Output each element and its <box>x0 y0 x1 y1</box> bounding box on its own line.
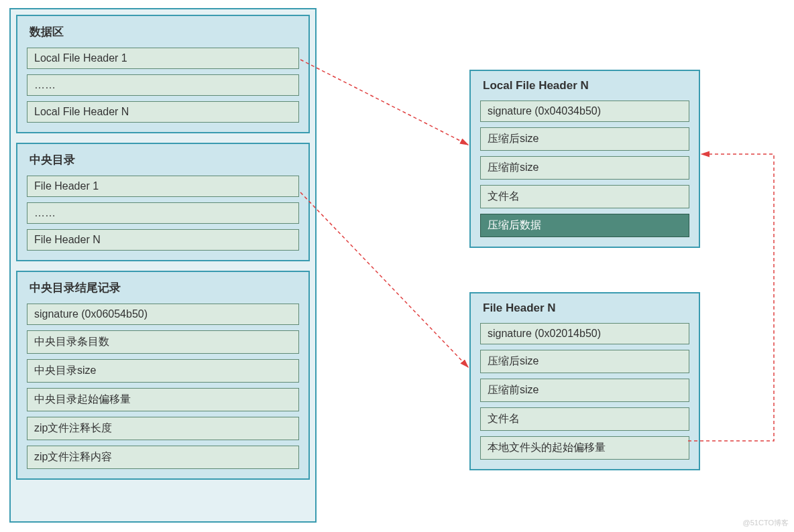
lfh-uncompressed-size: 压缩前size <box>480 156 689 180</box>
central-directory-panel: 中央目录 File Header 1 …… File Header N <box>16 143 310 261</box>
local-file-header-detail-title: Local File Header N <box>480 78 689 95</box>
file-header-ellipsis: …… <box>27 202 299 224</box>
end-entry-count: 中央目录条目数 <box>27 330 299 354</box>
fh-local-header-offset: 本地文件头的起始偏移量 <box>480 436 689 460</box>
end-record-title: 中央目录结尾记录 <box>27 279 299 298</box>
lfh-filename: 文件名 <box>480 185 689 208</box>
local-file-header-n: Local File Header N <box>27 101 299 123</box>
data-area-title: 数据区 <box>27 23 299 42</box>
arrow-offset-to-lfh <box>688 154 774 441</box>
arrow-lfh1-to-detail <box>300 60 468 145</box>
file-header-detail-title: File Header N <box>480 300 689 318</box>
end-comment-length: zip文件注释长度 <box>27 417 299 440</box>
end-of-central-dir-panel: 中央目录结尾记录 signature (0x06054b50) 中央目录条目数 … <box>16 271 310 480</box>
lfh-compressed-data: 压缩后数据 <box>480 214 689 237</box>
local-file-header-ellipsis: …… <box>27 74 299 96</box>
file-header-1: File Header 1 <box>27 176 299 197</box>
lfh-compressed-size: 压缩后size <box>480 127 689 151</box>
fh-signature: signature (0x02014b50) <box>480 323 689 344</box>
file-header-n: File Header N <box>27 229 299 251</box>
end-comment-content: zip文件注释内容 <box>27 446 299 469</box>
zip-structure-container: 数据区 Local File Header 1 …… Local File He… <box>9 8 317 523</box>
end-dir-size: 中央目录size <box>27 359 299 383</box>
end-dir-offset: 中央目录起始偏移量 <box>27 388 299 411</box>
local-file-header-detail-panel: Local File Header N signature (0x04034b5… <box>469 70 700 248</box>
fh-filename: 文件名 <box>480 407 689 431</box>
local-file-header-1: Local File Header 1 <box>27 48 299 69</box>
fh-uncompressed-size: 压缩前size <box>480 379 689 402</box>
lfh-signature: signature (0x04034b50) <box>480 101 689 122</box>
data-area-panel: 数据区 Local File Header 1 …… Local File He… <box>16 15 310 133</box>
watermark: @51CTO博客 <box>743 518 789 528</box>
arrow-fh1-to-detail <box>300 192 468 367</box>
end-signature: signature (0x06054b50) <box>27 304 299 325</box>
fh-compressed-size: 压缩后size <box>480 350 689 373</box>
central-directory-title: 中央目录 <box>27 151 299 170</box>
file-header-detail-panel: File Header N signature (0x02014b50) 压缩后… <box>469 292 700 470</box>
